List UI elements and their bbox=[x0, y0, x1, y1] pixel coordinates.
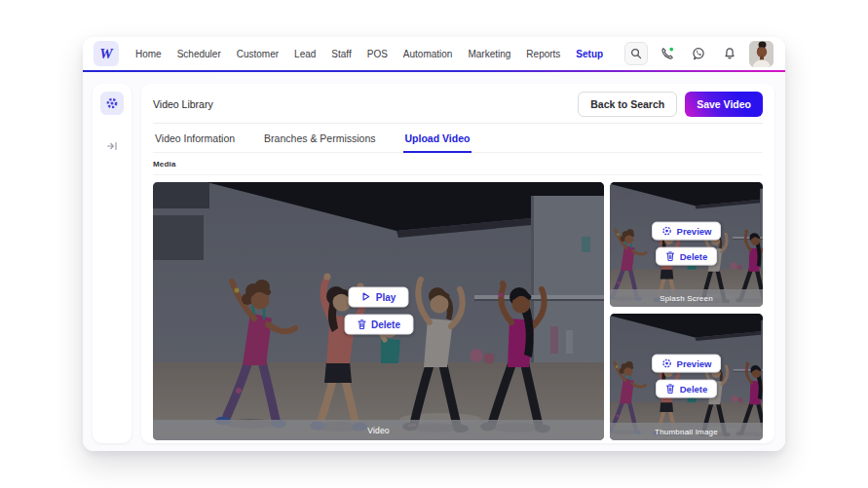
play-button-label: Play bbox=[376, 291, 396, 302]
video-controls: Play Delete bbox=[344, 286, 413, 334]
save-video-button[interactable]: Save Video bbox=[685, 92, 763, 117]
thumbnail-delete-label: Delete bbox=[680, 384, 708, 394]
trash-icon bbox=[665, 251, 675, 262]
nav-item-setup[interactable]: Setup bbox=[576, 49, 603, 59]
video-delete-button[interactable]: Delete bbox=[344, 314, 413, 334]
thumbnail-controls: Preview Delete bbox=[652, 355, 722, 398]
app-window: W Home Scheduler Customer Lead Staff POS… bbox=[83, 37, 785, 451]
thumbnail-column: Preview Delete Splash Screen bbox=[610, 182, 763, 440]
nav-item-scheduler[interactable]: Scheduler bbox=[177, 49, 221, 59]
splash-preview-button[interactable]: Preview bbox=[652, 222, 722, 241]
splash-screen-preview: Preview Delete Splash Screen bbox=[610, 182, 763, 307]
play-icon bbox=[361, 292, 371, 302]
thumbnail-caption: Thumbnail Image bbox=[610, 423, 763, 440]
tab-video-information[interactable]: Video Information bbox=[153, 124, 237, 153]
thumbnail-image-preview: Preview Delete Thumbnail Image bbox=[610, 314, 763, 440]
thumbnail-delete-button[interactable]: Delete bbox=[656, 380, 718, 398]
splash-controls: Preview Delete bbox=[652, 222, 722, 266]
media-grid: Play Delete Video bbox=[153, 182, 763, 440]
user-avatar[interactable] bbox=[749, 41, 774, 67]
page-title: Video Library bbox=[153, 98, 213, 110]
whatsapp-icon[interactable] bbox=[687, 42, 710, 65]
nav-item-pos[interactable]: POS bbox=[367, 49, 388, 59]
splash-preview-label: Preview bbox=[677, 226, 712, 237]
gear-icon[interactable] bbox=[100, 92, 124, 115]
thumbnail-preview-button[interactable]: Preview bbox=[652, 355, 722, 373]
top-navigation-bar: W Home Scheduler Customer Lead Staff POS… bbox=[83, 37, 785, 70]
nav-item-reports[interactable]: Reports bbox=[526, 49, 560, 59]
media-section-label: Media bbox=[153, 153, 763, 175]
video-caption: Video bbox=[153, 420, 604, 440]
nav-item-marketing[interactable]: Marketing bbox=[468, 49, 510, 59]
splash-delete-label: Delete bbox=[680, 251, 708, 262]
trash-icon bbox=[357, 319, 366, 329]
eye-icon bbox=[661, 226, 672, 237]
topbar-actions bbox=[624, 41, 774, 67]
nav-item-home[interactable]: Home bbox=[135, 49, 162, 59]
page-content: Video Library Back to Search Save Video … bbox=[83, 72, 785, 451]
nav-item-lead[interactable]: Lead bbox=[294, 49, 316, 59]
sidebar-collapse-icon[interactable] bbox=[106, 138, 118, 156]
screenshot-stage: W Home Scheduler Customer Lead Staff POS… bbox=[0, 0, 868, 488]
trash-icon bbox=[665, 384, 675, 394]
thumbnail-preview-label: Preview bbox=[677, 358, 712, 369]
tab-bar: Video Information Branches & Permissions… bbox=[153, 124, 763, 153]
main-nav: Home Scheduler Customer Lead Staff POS A… bbox=[135, 49, 603, 59]
tab-branches-permissions[interactable]: Branches & Permissions bbox=[262, 124, 377, 153]
brand-logo[interactable]: W bbox=[94, 41, 119, 66]
header-actions: Back to Search Save Video bbox=[578, 92, 763, 117]
search-icon[interactable] bbox=[624, 42, 648, 65]
nav-item-staff[interactable]: Staff bbox=[331, 49, 351, 59]
back-to-search-button[interactable]: Back to Search bbox=[578, 92, 677, 117]
video-preview: Play Delete Video bbox=[153, 182, 604, 440]
bell-icon[interactable] bbox=[718, 42, 741, 65]
nav-item-customer[interactable]: Customer bbox=[237, 49, 279, 59]
eye-icon bbox=[661, 358, 672, 369]
panel-header: Video Library Back to Search Save Video bbox=[153, 92, 763, 124]
nav-item-automation[interactable]: Automation bbox=[403, 49, 453, 59]
play-button[interactable]: Play bbox=[349, 286, 409, 307]
phone-icon[interactable] bbox=[656, 42, 679, 65]
tab-upload-video[interactable]: Upload Video bbox=[403, 124, 472, 153]
splash-caption: Splash Screen bbox=[610, 289, 763, 307]
video-library-panel: Video Library Back to Search Save Video … bbox=[141, 84, 774, 443]
splash-delete-button[interactable]: Delete bbox=[656, 247, 718, 266]
settings-sidebar bbox=[93, 84, 132, 443]
video-delete-label: Delete bbox=[371, 319, 400, 329]
